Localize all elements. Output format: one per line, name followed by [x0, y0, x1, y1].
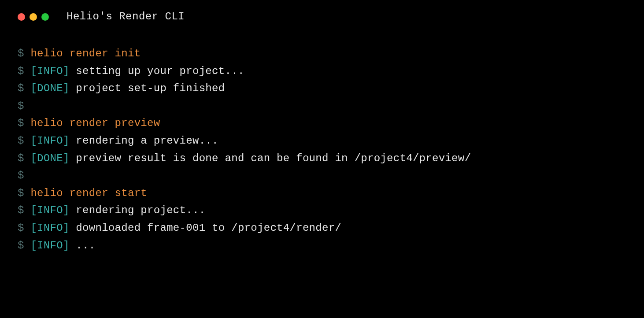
command-text: helio render start: [30, 187, 147, 199]
prompt-symbol: $: [18, 152, 24, 164]
terminal-line: $ [INFO] setting up your project...: [18, 63, 644, 80]
close-icon[interactable]: [18, 13, 25, 21]
log-message: project set-up finished: [76, 82, 225, 94]
terminal-line: $ helio render start: [18, 185, 644, 202]
prompt-symbol: $: [18, 82, 24, 94]
prompt-symbol: $: [18, 170, 24, 181]
prompt-symbol: $: [18, 117, 24, 129]
log-message: ...: [76, 240, 95, 251]
window-title: Helio's Render CLI: [67, 8, 185, 26]
minimize-icon[interactable]: [30, 13, 37, 21]
terminal-line: $ [INFO] rendering a preview...: [18, 132, 644, 150]
terminal-line: $ [INFO] rendering project...: [18, 202, 644, 219]
maximize-icon[interactable]: [41, 13, 49, 21]
prompt-symbol: $: [18, 135, 24, 147]
prompt-symbol: $: [18, 204, 24, 216]
log-message: downloaded frame-001 to /project4/render…: [76, 222, 341, 234]
prompt-symbol: $: [18, 240, 24, 251]
log-tag: [DONE]: [30, 82, 69, 94]
terminal-line: $ [INFO] downloaded frame-001 to /projec…: [18, 219, 644, 237]
log-tag: [DONE]: [30, 152, 69, 164]
command-text: helio render preview: [30, 117, 160, 129]
prompt-symbol: $: [18, 48, 24, 59]
window-controls: [18, 13, 49, 21]
log-message: rendering project...: [76, 204, 205, 216]
command-text: helio render init: [30, 48, 141, 59]
terminal-line: $ helio render preview: [18, 115, 644, 132]
log-message: rendering a preview...: [76, 135, 218, 147]
terminal-line: $: [18, 167, 644, 185]
log-tag: [INFO]: [30, 65, 69, 77]
log-tag: [INFO]: [30, 204, 69, 216]
terminal-line: $ [DONE] preview result is done and can …: [18, 150, 644, 167]
log-tag: [INFO]: [30, 240, 69, 251]
terminal-line: $: [18, 97, 644, 115]
terminal-line: $ helio render init: [18, 45, 644, 63]
terminal-line: $ [DONE] project set-up finished: [18, 80, 644, 97]
prompt-symbol: $: [18, 187, 24, 199]
terminal-line: $ [INFO] ...: [18, 237, 644, 255]
prompt-symbol: $: [18, 65, 24, 77]
log-message: preview result is done and can be found …: [76, 152, 471, 164]
log-message: setting up your project...: [76, 65, 244, 77]
log-tag: [INFO]: [30, 135, 69, 147]
prompt-symbol: $: [18, 100, 24, 112]
terminal-output: $ helio render init $ [INFO] setting up …: [0, 26, 644, 254]
log-tag: [INFO]: [30, 222, 69, 234]
window-titlebar: Helio's Render CLI: [0, 0, 644, 26]
prompt-symbol: $: [18, 222, 24, 234]
